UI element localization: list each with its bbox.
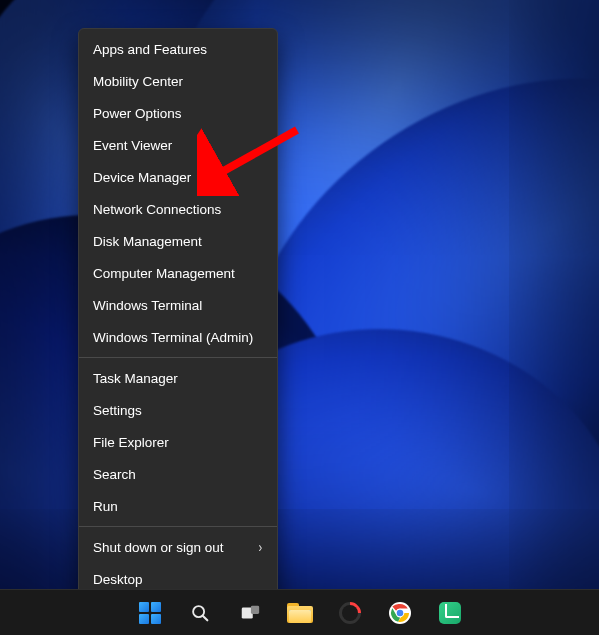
app-spinner-button[interactable] bbox=[330, 593, 370, 633]
menu-item-label: Desktop bbox=[93, 572, 143, 587]
menu-item-label: Device Manager bbox=[93, 170, 191, 185]
svg-line-2 bbox=[202, 615, 206, 619]
file-explorer-button[interactable] bbox=[280, 593, 320, 633]
menu-file-explorer[interactable]: File Explorer bbox=[79, 426, 277, 458]
menu-search[interactable]: Search bbox=[79, 458, 277, 490]
menu-separator bbox=[79, 357, 277, 358]
spinner-icon bbox=[334, 597, 365, 628]
menu-windows-terminal[interactable]: Windows Terminal bbox=[79, 289, 277, 321]
menu-item-label: File Explorer bbox=[93, 435, 169, 450]
menu-item-label: Computer Management bbox=[93, 266, 235, 281]
taskbar bbox=[0, 589, 599, 635]
menu-shutdown-signout[interactable]: Shut down or sign out› bbox=[79, 531, 277, 563]
menu-run[interactable]: Run bbox=[79, 490, 277, 522]
menu-item-label: Run bbox=[93, 499, 118, 514]
chevron-right-icon: › bbox=[259, 539, 263, 555]
menu-item-label: Windows Terminal bbox=[93, 298, 202, 313]
menu-device-manager[interactable]: Device Manager bbox=[79, 161, 277, 193]
menu-item-label: Network Connections bbox=[93, 202, 221, 217]
menu-settings[interactable]: Settings bbox=[79, 394, 277, 426]
menu-power-options[interactable]: Power Options bbox=[79, 97, 277, 129]
menu-item-label: Task Manager bbox=[93, 371, 178, 386]
search-button[interactable] bbox=[180, 593, 220, 633]
menu-separator bbox=[79, 526, 277, 527]
menu-item-label: Search bbox=[93, 467, 136, 482]
menu-item-label: Mobility Center bbox=[93, 74, 183, 89]
menu-item-label: Shut down or sign out bbox=[93, 540, 224, 555]
desktop-wallpaper: Apps and FeaturesMobility CenterPower Op… bbox=[0, 0, 599, 635]
start-button[interactable] bbox=[130, 593, 170, 633]
menu-item-label: Apps and Features bbox=[93, 42, 207, 57]
chrome-button[interactable] bbox=[380, 593, 420, 633]
chrome-icon bbox=[388, 601, 412, 625]
search-icon bbox=[189, 602, 211, 624]
task-view-button[interactable] bbox=[230, 593, 270, 633]
svg-point-7 bbox=[396, 609, 403, 616]
winx-context-menu[interactable]: Apps and FeaturesMobility CenterPower Op… bbox=[78, 28, 278, 600]
menu-item-label: Event Viewer bbox=[93, 138, 172, 153]
menu-event-viewer[interactable]: Event Viewer bbox=[79, 129, 277, 161]
menu-item-label: Power Options bbox=[93, 106, 182, 121]
file-explorer-icon bbox=[287, 603, 313, 623]
green-app-button[interactable] bbox=[430, 593, 470, 633]
task-view-icon bbox=[239, 602, 261, 624]
menu-network-connections[interactable]: Network Connections bbox=[79, 193, 277, 225]
menu-disk-management[interactable]: Disk Management bbox=[79, 225, 277, 257]
start-icon bbox=[139, 602, 161, 624]
menu-mobility-center[interactable]: Mobility Center bbox=[79, 65, 277, 97]
menu-item-label: Settings bbox=[93, 403, 142, 418]
menu-item-label: Windows Terminal (Admin) bbox=[93, 330, 253, 345]
menu-windows-terminal-admin[interactable]: Windows Terminal (Admin) bbox=[79, 321, 277, 353]
menu-computer-management[interactable]: Computer Management bbox=[79, 257, 277, 289]
menu-item-label: Disk Management bbox=[93, 234, 202, 249]
svg-rect-4 bbox=[250, 605, 258, 613]
green-app-icon bbox=[439, 602, 461, 624]
menu-task-manager[interactable]: Task Manager bbox=[79, 362, 277, 394]
menu-apps-features[interactable]: Apps and Features bbox=[79, 33, 277, 65]
